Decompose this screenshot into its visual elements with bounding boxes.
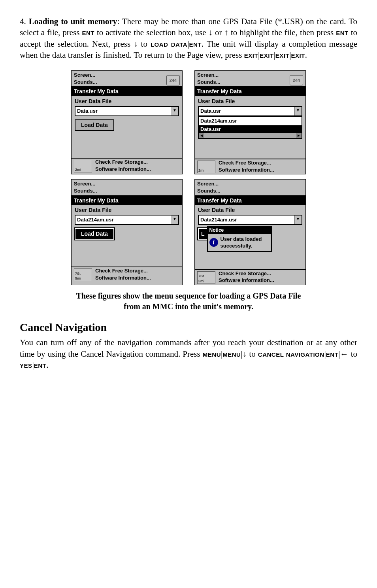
menu-item-screen[interactable]: Screen... [197,72,221,79]
paragraph-cancel-nav: You can turn off any of the navigation c… [20,337,357,371]
menu-item-check-storage[interactable]: Check Free Storage... [95,159,180,166]
load-data-button-partial[interactable]: L [198,228,208,240]
menu-item-software-info[interactable]: Software Information... [95,166,180,173]
menu-item-screen[interactable]: Screen... [74,72,97,79]
compass-icon: 244 [290,75,303,85]
panel: User Data File Data.usr ▼ Load Data [72,96,182,158]
combo-value: Data.usr [75,107,171,115]
menu-item-check-storage[interactable]: Check Free Storage... [219,159,303,166]
top-menu: Screen... Sounds... [72,180,182,196]
file-combo[interactable]: Data.usr ▼ [75,106,179,116]
screenshot-1: Screen... Sounds... 244 Transfer My Data… [71,70,183,174]
chevron-down-icon[interactable]: ▼ [294,107,302,115]
file-combo[interactable]: Data.usr ▼ [198,106,302,116]
menu-item-sounds[interactable]: Sounds... [197,187,221,195]
key-ent: ENT [336,30,349,36]
key-exit: EXIT [244,52,258,59]
dropdown-option[interactable]: Data214am.usr [199,117,302,125]
window-title: Transfer My Data [72,87,182,96]
map-thumb-icon: 7St 5mi [74,268,92,281]
text: |← to [338,349,357,359]
menu-item-screen[interactable]: Screen... [197,180,221,187]
menu-item-check-storage[interactable]: Check Free Storage... [95,267,180,274]
scroll-right-icon[interactable]: ► [296,133,302,138]
top-menu: Screen... Sounds... [195,180,305,196]
text: . [46,360,48,370]
menu-item-screen[interactable]: Screen... [74,180,97,187]
label-user-data-file: User Data File [75,206,179,214]
text: to activate the selection box, use ↓ or … [94,28,336,37]
panel: User Data File Data.usr ▼ Data214am.usr … [195,96,305,159]
combo-value: Data214am.usr [75,216,171,224]
notice-text: User data loaded successfully. [221,236,262,250]
combo-value: Data.usr [199,107,294,115]
menu-item-sounds[interactable]: Sounds... [74,79,97,86]
key-menu: MENU [222,351,241,358]
load-data-button[interactable]: Load Data [75,228,114,240]
window-title: Transfer My Data [195,196,305,205]
file-combo[interactable]: Data214am.usr ▼ [75,215,179,225]
bottom-menu: 2mi Check Free Storage... Software Infor… [72,158,182,173]
menu-item-check-storage[interactable]: Check Free Storage... [219,270,303,277]
screenshot-2: Screen... Sounds... 244 Transfer My Data… [194,70,306,174]
menu-item-software-info[interactable]: Software Information... [219,277,303,284]
text: . [305,50,307,60]
label-user-data-file: User Data File [75,98,179,105]
paragraph-loading: 4. Loading to unit memory: There may be … [20,16,357,61]
window-title: Transfer My Data [72,196,182,205]
window-title: Transfer My Data [195,87,305,96]
screenshot-3: Screen... Sounds... Transfer My Data Use… [71,179,183,285]
map-thumb-icon: 2mi [197,161,215,173]
screenshot-row-1: Screen... Sounds... 244 Transfer My Data… [20,70,357,174]
combo-value: Data214am.usr [199,216,294,224]
bottom-menu: 7St 5mi Check Free Storage... Software I… [195,269,305,285]
chevron-down-icon[interactable]: ▼ [171,107,178,115]
map-thumb-icon: 2mi [74,160,92,172]
key-exit: EXIT [275,52,289,59]
key-ent: ENT [82,30,94,36]
label-user-data-file: User Data File [198,98,302,105]
panel: User Data File Data214am.usr ▼ Load Data [72,205,182,267]
key-yes: YES [20,362,32,369]
file-combo[interactable]: Data214am.usr ▼ [198,215,302,225]
menu-item-sounds[interactable]: Sounds... [197,79,221,86]
top-menu: Screen... Sounds... 244 [195,71,305,87]
chevron-down-icon[interactable]: ▼ [171,216,178,224]
map-thumb-icon: 7St 5mi [197,271,215,284]
notice-title: Notice [208,227,271,234]
screenshot-row-2: Screen... Sounds... Transfer My Data Use… [20,179,357,285]
key-exit: EXIT [260,52,273,59]
screenshot-4: Screen... Sounds... Transfer My Data Use… [194,179,306,285]
compass-icon: 244 [166,75,180,85]
dropdown-option-selected[interactable]: Data.usr [199,125,302,134]
bottom-menu: 2mi Check Free Storage... Software Infor… [195,159,305,174]
notice-dialog: Notice i User data loaded successfully. [207,226,272,251]
key-ent: ENT [34,362,47,369]
info-icon: i [209,238,218,247]
bottom-menu: 7St 5mi Check Free Storage... Software I… [72,267,182,282]
chevron-down-icon[interactable]: ▼ [294,216,302,224]
key-menu: MENU [203,351,221,358]
key-cancel-navigation: CANCEL NAVIGATION [258,351,324,358]
heading-cancel-navigation: Cancel Navigation [20,320,357,335]
menu-item-software-info[interactable]: Software Information... [95,274,180,282]
key-ent: ENT [326,351,339,358]
label-user-data-file: User Data File [198,206,302,214]
top-menu: Screen... Sounds... 244 [72,71,182,87]
key-exit: EXIT [291,52,305,59]
figure-caption: These figures show the menu sequence for… [20,291,357,312]
dropdown-scrollbar[interactable]: ◄ ► [199,133,302,138]
scroll-left-icon[interactable]: ◄ [199,133,204,138]
text: 4. [20,17,29,26]
text-bold: Loading to unit memory [29,17,117,26]
text: |↓ to [241,349,258,359]
panel: User Data File Data214am.usr ▼ L Notice … [195,205,305,269]
load-data-button[interactable]: Load Data [75,119,114,131]
key-ent: ENT [189,41,202,48]
menu-item-software-info[interactable]: Software Information... [219,166,303,174]
menu-item-sounds[interactable]: Sounds... [74,187,97,195]
key-load-data: LOAD DATA [151,41,187,48]
file-dropdown[interactable]: Data214am.usr Data.usr ◄ ► [198,116,302,139]
